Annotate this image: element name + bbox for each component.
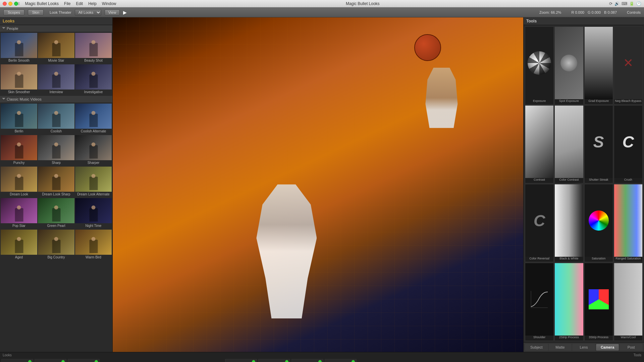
- play-button[interactable]: ▶: [123, 10, 127, 15]
- look-investigative[interactable]: Investigative: [75, 64, 112, 95]
- tab-camera[interactable]: Camera: [596, 344, 619, 351]
- menu-edit[interactable]: Edit: [76, 1, 83, 6]
- all-looks-select[interactable]: All Looks: [75, 9, 101, 16]
- chain-ranged-sat-power[interactable]: [285, 360, 288, 362]
- tool-color-reversal-label: Color Reversal: [529, 257, 550, 260]
- r-value: R 0.000: [571, 10, 584, 14]
- look-aged[interactable]: Aged: [1, 230, 37, 260]
- menu-bar[interactable]:  Magic Bullet Looks File Edit Help Wind…: [18, 1, 116, 6]
- tool-2strip[interactable]: 2Strip Process: [554, 263, 583, 341]
- tool-crush[interactable]: C Crush: [614, 105, 643, 183]
- tool-grad-exposure[interactable]: Grad Exposure: [584, 26, 613, 105]
- view-button[interactable]: View: [105, 9, 120, 15]
- chain-diffusion[interactable]: D Diffusion: [35, 359, 66, 362]
- category-people[interactable]: People: [0, 25, 112, 32]
- tool-warm-cool[interactable]: Warm/Cool: [614, 263, 643, 341]
- tool-saturation-label: Saturation: [591, 257, 606, 260]
- tool-color-contrast[interactable]: Color Contrast: [554, 105, 583, 183]
- look-berlin-smooth[interactable]: Berlin Smooth: [1, 33, 37, 64]
- main-area: Looks People Berlin Smooth Movie Star Be…: [0, 17, 644, 352]
- window-title: Magic Bullet Looks: [116, 1, 609, 6]
- chain-curves-power[interactable]: [318, 360, 322, 362]
- look-coolish[interactable]: Coolish: [38, 104, 74, 134]
- minimize-button[interactable]: [8, 2, 12, 6]
- looks-bottom-label: Looks: [3, 353, 12, 357]
- tool-chain-area: Cosmo D Diffusion Vignette: [0, 358, 644, 362]
- tool-saturation[interactable]: Saturation: [584, 184, 613, 262]
- app-name: Magic Bullet Looks: [25, 1, 59, 6]
- look-beauty-shot[interactable]: Beauty Shot: [75, 33, 112, 64]
- chain-auto-shoulder[interactable]: Auto Shoulder: [325, 359, 357, 362]
- chain-vignette[interactable]: Vignette: [68, 359, 100, 362]
- look-night-time[interactable]: Night Time: [75, 198, 112, 229]
- tab-post[interactable]: Post: [620, 344, 643, 351]
- menu-window[interactable]: Window: [102, 1, 116, 6]
- menu-help[interactable]: Help: [88, 1, 97, 6]
- tool-bw[interactable]: Black & White: [554, 184, 583, 262]
- tab-lens[interactable]: Lens: [572, 344, 595, 351]
- tool-3strip[interactable]: 3Strip Process: [584, 263, 613, 341]
- tools-title: Tools: [526, 19, 537, 23]
- tools-panel: Tools Exposure Spot Exposure: [523, 17, 644, 352]
- chain-lift-gamma-power[interactable]: [252, 360, 255, 362]
- chain-ranged-sat[interactable]: Ranged Saturation: [258, 359, 290, 362]
- category-classic-music[interactable]: Classic Music Videos: [0, 96, 112, 103]
- look-green-pearl[interactable]: Green Pearl: [38, 198, 74, 229]
- tool-warm-cool-label: Warm/Cool: [620, 336, 637, 339]
- preview-area: [113, 17, 523, 352]
- skin-button[interactable]: Skin: [28, 9, 44, 15]
- tools-bottom-label: Tools: [634, 353, 641, 357]
- maximize-button[interactable]: [14, 2, 18, 6]
- tool-shoulder-label: Shoulder: [533, 336, 546, 339]
- look-sharper[interactable]: Sharper: [75, 135, 112, 166]
- tool-ranged-saturation[interactable]: Ranged Saturation: [614, 184, 643, 262]
- tools-header: Tools: [524, 17, 644, 25]
- system-icons: ⟳🔊⌨🔋🕐: [609, 1, 641, 6]
- look-interview[interactable]: Interview: [38, 64, 74, 95]
- look-skin-smoother[interactable]: Skin Smoother: [1, 64, 37, 95]
- chain-vignette-power[interactable]: [95, 360, 98, 362]
- controls-button[interactable]: Controls: [627, 10, 641, 14]
- tool-exposure[interactable]: Exposure: [525, 26, 554, 105]
- chain-diffusion-power[interactable]: [61, 360, 65, 362]
- menu-file[interactable]: File: [64, 1, 70, 6]
- look-dream-look[interactable]: Dream Look: [1, 167, 37, 197]
- tool-2strip-label: 2Strip Process: [558, 336, 580, 339]
- look-pop-star[interactable]: Pop Star: [1, 198, 37, 229]
- tool-spot-exposure[interactable]: Spot Exposure: [554, 26, 583, 105]
- look-warm-bird[interactable]: Warm Bird: [75, 230, 112, 260]
- chain-lift-gamma[interactable]: Lift-Gamma-Gain: [225, 359, 257, 362]
- apple-menu[interactable]: : [18, 1, 19, 6]
- chain-cosmo-power[interactable]: [28, 360, 32, 362]
- scopes-button[interactable]: Scopes: [3, 9, 24, 15]
- chain-cosmo[interactable]: Cosmo: [1, 359, 33, 362]
- look-sharp[interactable]: Sharp: [38, 135, 74, 166]
- tab-subject[interactable]: Subject: [525, 344, 548, 351]
- tool-color-reversal[interactable]: C Color Reversal: [525, 184, 554, 262]
- look-coolish-alternate[interactable]: Coolish Alternate: [75, 104, 112, 134]
- close-button[interactable]: [3, 2, 7, 6]
- window-controls[interactable]: [3, 2, 18, 6]
- shoulder-curve-icon: [529, 289, 549, 309]
- tool-shutter-streak[interactable]: S Shutter Streak: [584, 105, 613, 183]
- tool-neg-bleach-label: Neg Bleach Bypass: [614, 99, 642, 103]
- look-dream-look-sharp[interactable]: Dream Look Sharp: [38, 167, 74, 197]
- look-dream-look-alternate[interactable]: Dream Look Alternate: [75, 167, 112, 197]
- bottom-labels: Looks Tools: [0, 352, 644, 358]
- tool-shoulder[interactable]: Shoulder: [525, 263, 554, 341]
- tab-matte[interactable]: Matte: [549, 344, 572, 351]
- look-movie-star[interactable]: Movie Star: [38, 33, 74, 64]
- title-bar:  Magic Bullet Looks File Edit Help Wind…: [0, 0, 644, 7]
- chain-auto-shoulder-power[interactable]: [352, 360, 355, 362]
- look-punchy[interactable]: Punchy: [1, 135, 37, 166]
- look-theater-label: Look Theater: [50, 10, 71, 14]
- tool-contrast[interactable]: Contrast: [525, 105, 554, 183]
- look-berlin[interactable]: Berlin: [1, 104, 37, 134]
- tool-neg-bleach[interactable]: ✕ Neg Bleach Bypass: [614, 26, 643, 105]
- bottom-panel: Looks Tools Cosmo: [0, 352, 644, 362]
- rgb-readout: R 0.000 G 0.000 B 0.087: [571, 10, 617, 14]
- look-big-country[interactable]: Big Country: [38, 230, 74, 260]
- chain-curves[interactable]: Curves: [291, 359, 323, 362]
- tool-ranged-saturation-label: Ranged Saturation: [615, 257, 641, 260]
- looks-panel: Looks People Berlin Smooth Movie Star Be…: [0, 17, 113, 352]
